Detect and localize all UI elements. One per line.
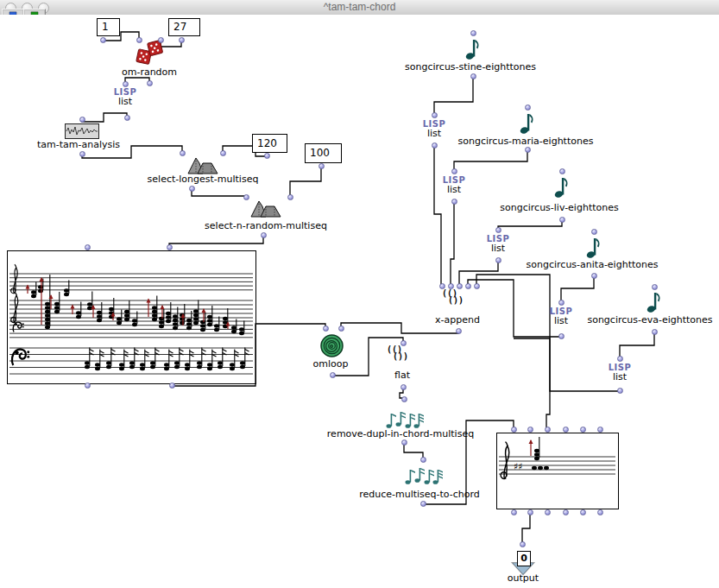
inlet-dot[interactable] — [167, 244, 173, 250]
patch-cord[interactable] — [82, 113, 127, 122]
outlet-dot[interactable] — [264, 153, 270, 159]
outlet-dot[interactable] — [525, 147, 531, 153]
inlet-dot[interactable] — [495, 227, 501, 233]
inlet-dot[interactable] — [580, 427, 586, 433]
patch-cord[interactable] — [498, 220, 562, 228]
outlet-dot[interactable] — [100, 37, 106, 43]
inlet-dot[interactable] — [451, 168, 457, 174]
inlet-dot[interactable] — [591, 229, 597, 235]
inlet-dot[interactable] — [400, 340, 407, 346]
lisp-list-4[interactable]: LISPlist — [544, 307, 578, 326]
output-index-box[interactable]: 0 — [517, 551, 531, 566]
lisp-list-5[interactable]: LISPlist — [602, 363, 637, 383]
trapezoid-icon[interactable] — [249, 199, 282, 218]
inlet-dot[interactable] — [432, 112, 438, 118]
patch-cord[interactable] — [192, 189, 246, 196]
outlet-dot[interactable] — [545, 509, 551, 515]
inlet-dot[interactable] — [558, 300, 564, 306]
inlet-dot[interactable] — [323, 326, 329, 332]
patch-cord[interactable] — [522, 514, 530, 542]
patch-cord[interactable] — [404, 443, 423, 458]
dice-icon[interactable] — [135, 40, 164, 66]
eighth-note-icon[interactable] — [465, 37, 481, 60]
inlet-dot[interactable] — [465, 283, 471, 289]
outlet-dot[interactable] — [470, 73, 476, 79]
patch-cord[interactable] — [434, 146, 441, 284]
patch-cord[interactable] — [434, 77, 473, 113]
notes-group-icon[interactable] — [404, 464, 444, 486]
waveform-icon[interactable] — [65, 123, 99, 139]
outlet-dot[interactable] — [591, 273, 597, 279]
outlet-dot[interactable] — [179, 37, 185, 43]
patch-cord[interactable] — [476, 275, 620, 391]
inlet-dot[interactable] — [287, 194, 293, 200]
eighth-note-icon[interactable] — [586, 236, 602, 259]
number-box-1[interactable]: 1 — [97, 18, 120, 36]
outlet-dot[interactable] — [451, 199, 457, 205]
inlet-dot[interactable] — [617, 356, 623, 362]
outlet-dot[interactable] — [124, 115, 130, 121]
number-box-27[interactable]: 27 — [168, 18, 200, 36]
inlet-dot[interactable] — [158, 37, 164, 43]
inlet-dot[interactable] — [470, 30, 476, 36]
outlet-dot[interactable] — [597, 509, 603, 515]
eighth-note-icon[interactable] — [520, 111, 535, 135]
lisp-list-1[interactable]: LISPlist — [417, 119, 451, 139]
inlet-dot[interactable] — [220, 150, 226, 156]
outlet-dot[interactable] — [319, 163, 325, 169]
outlet-dot[interactable] — [527, 509, 533, 515]
inlet-dot[interactable] — [401, 396, 407, 402]
patch-cord[interactable] — [451, 202, 454, 284]
inlet-dot[interactable] — [520, 541, 526, 547]
outlet-dot[interactable] — [495, 257, 501, 263]
inlet-dot[interactable] — [420, 457, 426, 463]
outlet-dot[interactable] — [456, 328, 462, 334]
notes-group-icon[interactable] — [385, 408, 425, 430]
inlet-dot[interactable] — [527, 427, 533, 433]
inlet-dot[interactable] — [511, 427, 517, 433]
trapezoid-icon[interactable] — [186, 155, 219, 174]
outlet-dot[interactable] — [261, 232, 267, 238]
inlet-dot[interactable] — [180, 150, 186, 156]
patch-cord[interactable] — [459, 261, 498, 284]
inlet-dot[interactable] — [123, 81, 129, 87]
lisp-list-0[interactable]: LISPlist — [108, 87, 142, 107]
outlet-dot[interactable] — [147, 80, 153, 86]
outlet-dot[interactable] — [330, 372, 336, 378]
multiseq-score-box[interactable] — [7, 250, 256, 384]
chord-score-box[interactable]: ♯♯ — [496, 433, 619, 509]
patch-cord[interactable] — [169, 236, 263, 245]
list-parens-icon[interactable]: (()()) — [387, 346, 418, 360]
patch-cord[interactable] — [620, 332, 654, 357]
outlet-dot[interactable] — [432, 142, 438, 149]
outlet-dot[interactable] — [511, 509, 517, 515]
inlet-dot[interactable] — [136, 37, 142, 43]
inlet-dot[interactable] — [545, 427, 551, 433]
inlet-dot[interactable] — [79, 117, 85, 123]
outlet-dot[interactable] — [558, 333, 564, 339]
inlet-dot[interactable] — [474, 283, 480, 289]
outlet-dot[interactable] — [617, 388, 623, 394]
outlet-dot[interactable] — [189, 186, 195, 192]
inlet-dot[interactable] — [525, 104, 531, 111]
inlet-dot[interactable] — [439, 283, 445, 289]
outlet-dot[interactable] — [401, 439, 407, 446]
outlet-dot[interactable] — [79, 151, 85, 157]
inlet-dot[interactable] — [85, 244, 91, 250]
list-parens-icon[interactable]: (()()) — [442, 290, 473, 304]
inlet-dot[interactable] — [563, 427, 569, 433]
outlet-dot[interactable] — [563, 509, 569, 515]
eighth-note-icon[interactable] — [554, 175, 570, 199]
spiral-icon[interactable] — [320, 334, 344, 357]
inlet-dot[interactable] — [448, 283, 454, 289]
inlet-dot[interactable] — [457, 283, 463, 289]
lisp-list-3[interactable]: LISPlist — [481, 234, 515, 254]
outlet-dot[interactable] — [85, 383, 91, 389]
eighth-note-icon[interactable] — [646, 290, 662, 313]
outlet-dot[interactable] — [400, 384, 407, 390]
inlet-dot[interactable] — [338, 326, 344, 332]
outlet-dot[interactable] — [559, 217, 565, 223]
patch-cord[interactable] — [125, 78, 149, 83]
lisp-list-2[interactable]: LISPlist — [437, 175, 471, 195]
outlet-dot[interactable] — [652, 329, 658, 335]
